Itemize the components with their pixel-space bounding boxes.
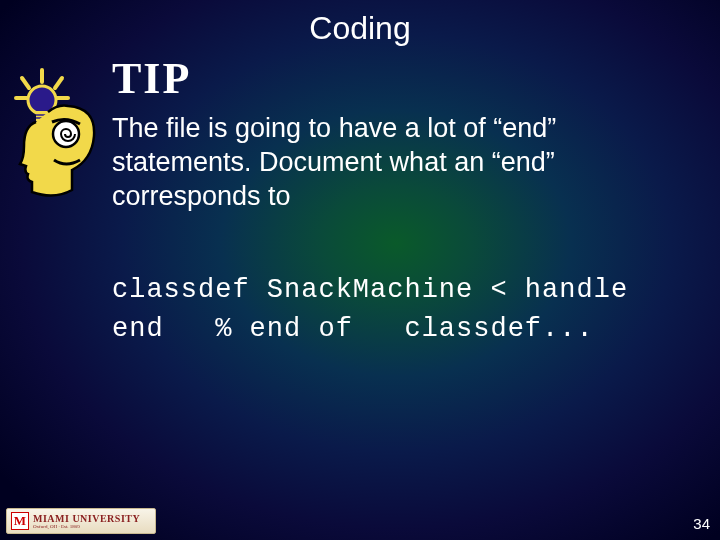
page-number: 34 [693, 515, 710, 532]
slide-content: TIP The file is going to have a lot of “… [0, 53, 720, 350]
logo-sub-text: Oxford, OH · Est. 1809 [33, 524, 140, 529]
code-example: classdef SnackMachine < handle end % end… [112, 271, 700, 349]
tip-label: TIP [112, 53, 700, 104]
svg-line-2 [55, 78, 62, 88]
svg-line-1 [22, 78, 29, 88]
logo-main-text: MIAMI UNIVERSITY [33, 513, 140, 524]
logo-letter: M [11, 512, 29, 530]
idea-head-icon [14, 68, 106, 198]
slide-title: Coding [0, 0, 720, 47]
university-logo: M MIAMI UNIVERSITY Oxford, OH · Est. 180… [6, 508, 156, 534]
logo-text: MIAMI UNIVERSITY Oxford, OH · Est. 1809 [33, 514, 140, 529]
code-line-2: end % end of classdef... [112, 314, 594, 344]
code-line-1: classdef SnackMachine < handle [112, 275, 628, 305]
tip-body-text: The file is going to have a lot of “end”… [112, 112, 700, 213]
